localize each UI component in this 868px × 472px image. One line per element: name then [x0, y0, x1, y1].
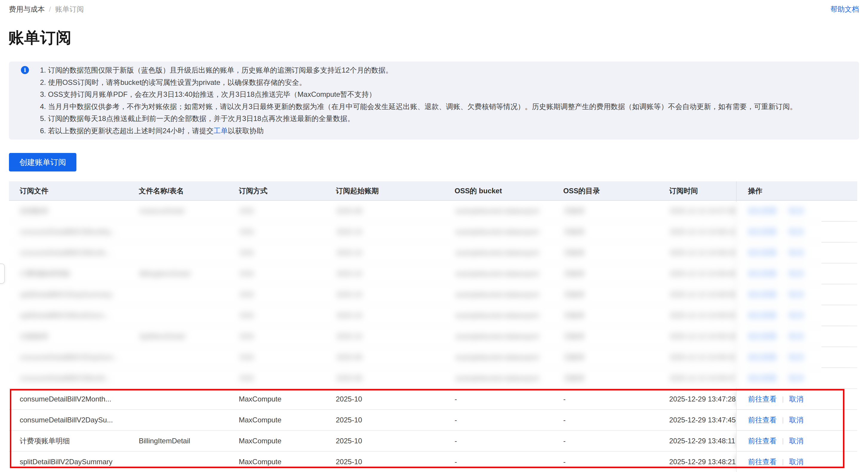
cell-method: OSS	[239, 368, 336, 388]
cell-period-value: 2025-10	[336, 332, 362, 341]
cancel-link[interactable]: 取消	[789, 415, 804, 425]
cell-period: 2025-10	[336, 285, 455, 305]
cell-name	[139, 347, 239, 367]
cell-method-value: OSS	[239, 207, 254, 215]
cell-dir: 月账单	[563, 326, 669, 347]
view-link[interactable]: 前往查看	[748, 353, 777, 362]
cancel-link[interactable]: 取消	[789, 436, 804, 446]
cell-method-value: MaxCompute	[239, 395, 281, 403]
cell-period: 2025-10	[336, 242, 455, 263]
column-header-3: 订阅方式	[239, 181, 336, 200]
cell-bucket-value: -	[455, 458, 457, 466]
view-link[interactable]: 前往查看	[748, 457, 777, 467]
create-subscription-button[interactable]: 创建账单订阅	[9, 153, 76, 172]
page-title: 账单订阅	[8, 29, 868, 47]
notice-item-3: 3. OSS支持订阅月账单PDF，会在次月3日13:40始推送，次月3日18点推…	[40, 88, 848, 101]
cell-bucket-value: -	[455, 437, 457, 445]
cell-dir: 月账单	[563, 264, 669, 284]
view-link[interactable]: 前往查看	[748, 269, 777, 278]
cell-method: OSS	[239, 285, 336, 305]
ticket-link[interactable]: 工单	[213, 127, 228, 135]
view-link[interactable]: 前往查看	[748, 415, 777, 425]
breadcrumb-current: 账单订阅	[55, 4, 84, 14]
cell-method-value: OSS	[239, 353, 254, 361]
cancel-link[interactable]: 取消	[789, 374, 804, 383]
cell-dir-value: 日账单	[563, 374, 585, 383]
view-link[interactable]: 前往查看	[748, 206, 777, 216]
cancel-link[interactable]: 取消	[789, 248, 804, 258]
edge-collapsed-widget[interactable]	[0, 264, 5, 284]
table-row-redacted: 计费项账单明细BillingItemDetailOSS2025-10exampl…	[9, 264, 857, 285]
cell-file-value: 计费项账单明细	[20, 436, 70, 446]
action-separator: |	[782, 416, 784, 424]
cell-dir-value: -	[563, 458, 566, 466]
cell-file: splitDetailBillV2DaySummary	[9, 285, 139, 305]
view-link[interactable]: 前往查看	[748, 332, 777, 341]
cell-time-value: 2025-12-13 10:09:47	[669, 374, 736, 382]
cell-time-value: 2025-12-13 10:08:12	[669, 228, 736, 236]
cell-file-value: 计费项账单明细	[20, 269, 70, 278]
view-link[interactable]: 前往查看	[748, 374, 777, 383]
view-link[interactable]: 前往查看	[748, 311, 777, 320]
cell-bucket: examplebucket-dataexport	[455, 242, 563, 263]
cell-name-value: InstanceDetail	[139, 207, 184, 215]
cell-actions: 前往查看|取消	[736, 452, 857, 472]
cell-time-value: 2025-12-13 10:09:31	[669, 353, 736, 361]
view-link[interactable]: 前往查看	[748, 436, 777, 446]
table-row-redacted: 分账账单SplitItemDetailOSS2025-10examplebuck…	[9, 326, 857, 347]
cell-file: 实例账单	[9, 201, 139, 221]
cell-period: 2025-10	[336, 222, 455, 242]
cell-actions: 前往查看|取消	[736, 410, 857, 430]
view-link[interactable]: 前往查看	[748, 290, 777, 299]
action-separator: |	[782, 458, 784, 466]
cell-bucket: examplebucket-dataexport	[455, 305, 563, 326]
cell-dir-value: -	[563, 437, 566, 445]
view-link[interactable]: 前往查看	[748, 394, 777, 404]
cancel-link[interactable]: 取消	[789, 269, 804, 278]
cell-method: OSS	[239, 222, 336, 242]
table-row-redacted: 实例账单InstanceDetailOSS2025-08examplebucke…	[9, 201, 857, 222]
cell-time: 2025-12-13 10:09:31	[669, 347, 736, 367]
cell-method-value: OSS	[239, 332, 254, 341]
cancel-link[interactable]: 取消	[789, 457, 804, 467]
cell-bucket-value: -	[455, 395, 457, 403]
action-separator: |	[782, 374, 784, 382]
action-separator: |	[782, 353, 784, 361]
cell-actions: 前往查看|取消	[736, 222, 857, 242]
cancel-link[interactable]: 取消	[789, 332, 804, 341]
cell-file-value: splitDetailBillV2MonthSum...	[20, 311, 110, 320]
notice-item-6: 6. 若以上数据的更新状态超出上述时间24小时，请提交工单以获取协助	[40, 125, 848, 137]
action-separator: |	[782, 207, 784, 215]
cell-time: 2025-12-13 10:07:58	[669, 201, 736, 221]
cell-period-value: 2025-10	[336, 248, 362, 257]
notice-item-4: 4. 当月月中数据仅供参考，不作为对账依据；如需对账，请以次月3日最终更新的数据…	[40, 101, 848, 113]
cell-dir: 月账单	[563, 242, 669, 263]
cell-name	[139, 389, 239, 409]
cell-time: 2025-12-13 10:09:47	[669, 368, 736, 388]
cancel-link[interactable]: 取消	[789, 227, 804, 237]
cell-name	[139, 222, 239, 242]
cell-name-value: SplitItemDetail	[139, 332, 185, 341]
cancel-link[interactable]: 取消	[789, 206, 804, 216]
cell-time-value: 2025-12-13 10:07:58	[669, 207, 736, 215]
cell-dir-value: 月账单	[563, 332, 585, 341]
view-link[interactable]: 前往查看	[748, 227, 777, 237]
cell-dir: 日账单	[563, 347, 669, 367]
cell-time-value: 2025-12-13 10:08:24	[669, 248, 736, 257]
help-doc-link[interactable]: 帮助文档	[830, 4, 859, 14]
cell-time: 2025-12-13 10:09:03	[669, 305, 736, 326]
cell-period-value: 2025-10	[336, 290, 362, 299]
cell-file-value: splitDetailBillV2DaySummary	[20, 290, 113, 299]
cancel-link[interactable]: 取消	[789, 353, 804, 362]
view-link[interactable]: 前往查看	[748, 248, 777, 258]
cancel-link[interactable]: 取消	[789, 290, 804, 299]
cancel-link[interactable]: 取消	[789, 394, 804, 404]
column-header-1: 订阅文件	[9, 181, 139, 200]
cell-dir: 月账单	[563, 222, 669, 242]
breadcrumb-section[interactable]: 费用与成本	[9, 4, 45, 14]
breadcrumb-separator: /	[49, 5, 51, 13]
cell-name-value: BillingItemDetail	[139, 437, 190, 445]
cell-method-value: OSS	[239, 248, 254, 257]
cancel-link[interactable]: 取消	[789, 311, 804, 320]
cell-method: OSS	[239, 242, 336, 263]
